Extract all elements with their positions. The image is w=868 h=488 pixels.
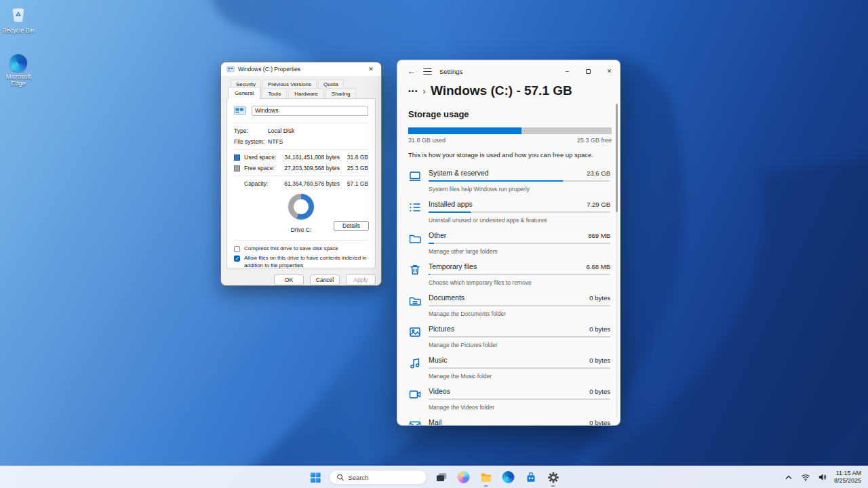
music-icon <box>408 357 422 370</box>
file-system-row: File system: NTFS <box>227 136 375 147</box>
category-usage-fill <box>429 243 434 244</box>
storage-category-row[interactable]: Other 869 MB Manage other large folders <box>408 228 610 260</box>
settings-titlebar[interactable]: ← Settings – ✕ <box>397 60 620 82</box>
category-description-link[interactable]: Manage the Pictures folder <box>429 342 610 348</box>
category-description-link[interactable]: System files help Windows run properly <box>429 186 610 192</box>
usage-donut <box>288 194 314 220</box>
field-label: File system: <box>234 138 268 145</box>
category-usage-bar <box>429 336 610 338</box>
breadcrumb-ellipsis[interactable]: ••• <box>408 87 418 95</box>
properties-dialog: Windows (C:) Properties ✕ Security Previ… <box>220 62 382 286</box>
storage-category-row[interactable]: System & reserved 23.6 GB System files h… <box>408 166 610 197</box>
drive-icon <box>234 105 246 116</box>
category-name: Videos <box>429 387 450 395</box>
start-button[interactable] <box>307 469 323 485</box>
index-checkbox-row[interactable]: Allow files on this drive to have conten… <box>227 252 375 269</box>
storage-usage-bar <box>408 127 612 134</box>
category-size: 0 bytes <box>589 357 610 364</box>
settings-button[interactable] <box>545 469 561 485</box>
category-description-link[interactable]: Manage the Music folder <box>429 373 610 380</box>
category-description-link[interactable]: Manage the Videos folder <box>429 404 610 411</box>
tab-sharing[interactable]: Sharing <box>326 88 357 99</box>
wifi-icon[interactable] <box>800 472 811 483</box>
copilot-icon <box>458 471 470 483</box>
desktop-icon-recycle-bin[interactable]: Recycle Bin <box>0 5 37 35</box>
apply-button[interactable]: Apply <box>346 274 376 285</box>
storage-category-row[interactable]: Installed apps 7.29 GB Uninstall unused … <box>408 197 610 228</box>
taskbar-clock[interactable]: 11:15 AM 8/25/2025 <box>834 470 864 485</box>
free-space-row: Free space: 27,203,309,568 bytes 25.3 GB <box>227 163 375 174</box>
category-description-link[interactable]: Choose which temporary files to remove <box>429 279 610 286</box>
apps-icon <box>408 201 422 214</box>
compress-checkbox-row[interactable]: Compress this drive to save disk space <box>227 243 375 252</box>
gear-icon <box>547 471 559 484</box>
field-label: Type: <box>234 127 268 134</box>
category-usage-fill <box>429 274 430 275</box>
mail-icon <box>408 419 422 426</box>
dialog-title: Windows (C:) Properties <box>238 66 300 73</box>
copilot-button[interactable] <box>456 469 472 485</box>
divider <box>234 149 368 150</box>
scrollbar-thumb[interactable] <box>616 104 618 212</box>
taskbar-search[interactable]: Search <box>330 470 427 485</box>
details-button[interactable]: Details <box>334 221 369 231</box>
hamburger-menu-icon[interactable] <box>419 68 435 75</box>
task-view-button[interactable] <box>433 469 450 485</box>
index-checkbox[interactable] <box>234 256 240 262</box>
drive-icon <box>226 65 235 73</box>
close-icon[interactable]: ✕ <box>599 60 620 82</box>
tab-general[interactable]: General <box>228 87 260 99</box>
divider <box>234 123 368 123</box>
edge-icon <box>502 471 515 483</box>
free-space-swatch <box>234 165 240 171</box>
tab-row-front: General Tools Hardware Sharing <box>221 88 381 99</box>
free-space-label: Free space: <box>244 165 279 171</box>
cancel-button[interactable]: Cancel <box>310 274 340 285</box>
storage-category-row[interactable]: Pictures 0 bytes Manage the Pictures fol… <box>408 322 610 353</box>
storage-category-row[interactable]: Videos 0 bytes Manage the Videos folder <box>408 384 610 415</box>
category-usage-fill <box>429 211 471 213</box>
maximize-icon[interactable] <box>578 60 599 82</box>
field-value: Local Disk <box>268 127 294 134</box>
category-usage-bar <box>429 399 610 400</box>
scrollbar[interactable] <box>616 104 618 418</box>
tab-tools[interactable]: Tools <box>262 88 287 99</box>
storage-category-row[interactable]: Temporary files 6.68 MB Choose which tem… <box>408 260 610 291</box>
tray-chevron-up-icon[interactable] <box>783 472 794 483</box>
field-value: NTFS <box>268 138 283 145</box>
tab-hardware[interactable]: Hardware <box>288 88 324 99</box>
microsoft-store-button[interactable] <box>523 469 539 485</box>
storage-category-row[interactable]: Music 0 bytes Manage the Music folder <box>408 353 610 384</box>
properties-titlebar[interactable]: Windows (C:) Properties ✕ <box>221 62 381 76</box>
category-size: 0 bytes <box>589 419 610 426</box>
volume-icon[interactable] <box>817 472 828 483</box>
used-space-bytes: 34,161,451,008 bytes <box>279 154 340 161</box>
category-name: Pictures <box>429 325 454 333</box>
desktop-icon-label: Microsoft Edge <box>0 74 37 87</box>
category-description-link[interactable]: Manage other large folders <box>429 248 610 255</box>
compress-checkbox[interactable] <box>234 246 240 252</box>
category-size: 0 bytes <box>589 294 610 302</box>
ok-button[interactable]: OK <box>274 274 304 285</box>
task-view-icon <box>435 471 448 484</box>
temp-icon <box>408 263 422 277</box>
minimize-icon[interactable]: – <box>557 60 578 82</box>
edge-button[interactable] <box>500 469 517 485</box>
free-space-bytes: 27,203,309,568 bytes <box>279 165 340 171</box>
desktop-icon-microsoft-edge[interactable]: Microsoft Edge <box>0 54 37 87</box>
category-description-link[interactable]: Uninstall unused or undesired apps & fea… <box>429 217 610 224</box>
close-icon[interactable]: ✕ <box>361 62 381 76</box>
windows-logo-icon <box>309 471 321 484</box>
used-space-row: Used space: 34,161,451,008 bytes 31.8 GB <box>227 152 375 163</box>
volume-label-input[interactable] <box>252 106 368 116</box>
category-description-link[interactable]: Manage the Documents folder <box>429 310 610 317</box>
storage-category-row[interactable]: Mail 0 bytes <box>408 415 610 426</box>
storage-category-row[interactable]: Documents 0 bytes Manage the Documents f… <box>408 291 610 322</box>
back-icon[interactable]: ← <box>404 66 419 76</box>
settings-app-title: Settings <box>439 68 462 75</box>
category-size: 869 MB <box>588 232 610 239</box>
desktop-icon-label: Recycle Bin <box>0 28 37 35</box>
category-name: Other <box>429 231 446 239</box>
pictures-icon <box>408 325 422 339</box>
file-explorer-button[interactable] <box>478 469 494 485</box>
